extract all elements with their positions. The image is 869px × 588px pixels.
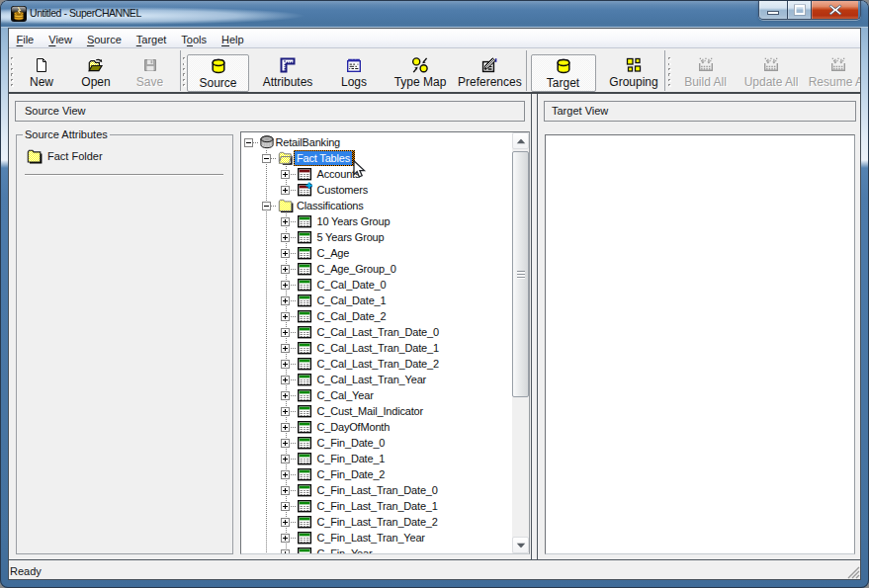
menu-file[interactable]: File [9,30,42,46]
tree-item-label[interactable]: C_Cal_Year [315,389,376,402]
tree-item-c-cust-mail-indicator[interactable]: C_Cust_Mail_Indicator [241,403,512,419]
expander-plus-icon[interactable] [281,249,290,258]
tree-item-c-fin-date-1[interactable]: C_Fin_Date_1 [241,451,512,466]
tree-item-label[interactable]: C_Fin_Last_Tran_Date_2 [315,516,440,529]
expander-plus-icon[interactable] [281,296,290,305]
expander-plus-icon[interactable] [281,344,290,353]
update-all-button[interactable]: Update All [739,54,803,92]
maximize-button[interactable] [788,1,812,19]
tree-item-label[interactable]: C_Cal_Date_2 [315,310,389,323]
expander-plus-icon[interactable] [281,534,290,543]
expander-plus-icon[interactable] [281,376,290,384]
tree-item-c-cal-date-0[interactable]: C_Cal_Date_0 [241,277,512,293]
expander-plus-icon[interactable] [281,470,290,479]
tree-item-label[interactable]: C_Fin_Year [315,547,375,553]
source-button[interactable]: Source [187,54,249,92]
tree-item-10-years-group[interactable]: 10 Years Group [241,213,512,229]
tree-item-c-fin-last-tran-date-1[interactable]: C_Fin_Last_Tran_Date_1 [241,498,512,514]
tree-item-label[interactable]: C_Fin_Date_2 [315,468,388,481]
tree-item-c-cal-year[interactable]: C_Cal_Year [241,387,512,403]
tree-item-c-cal-last-tran-date-2[interactable]: C_Cal_Last_Tran_Date_2 [241,356,512,372]
menu-target[interactable]: Target [129,30,174,46]
expander-plus-icon[interactable] [281,391,290,400]
grouping-button[interactable]: Grouping [602,54,665,92]
type-map-button[interactable]: Type Map [389,54,452,92]
tree-item-customers[interactable]: Customers [241,182,512,198]
tree-item-retailbanking[interactable]: RetailBanking [241,134,512,150]
tree-item-c-cal-last-tran-year[interactable]: C_Cal_Last_Tran_Year [241,372,512,387]
tree-item-label[interactable]: C_Cal_Last_Tran_Date_0 [315,326,441,339]
menu-tools[interactable]: Tools [174,30,215,46]
tree-item-c-fin-date-0[interactable]: C_Fin_Date_0 [241,435,512,451]
resize-grip[interactable] [847,566,860,579]
expander-plus-icon[interactable] [281,439,290,448]
expander-plus-icon[interactable] [281,455,290,463]
tree-item-label[interactable]: C_Cal_Last_Tran_Date_2 [315,358,441,371]
tree-item-label[interactable]: C_Fin_Last_Tran_Year [315,532,427,545]
toolbar-gripper[interactable] [183,57,186,90]
tree-item-label[interactable]: C_Age [315,247,352,260]
expander-plus-icon[interactable] [281,233,290,242]
tree-item-c-age[interactable]: C_Age [241,245,512,261]
expander-plus-icon[interactable] [281,328,290,337]
expander-plus-icon[interactable] [281,518,290,527]
tree-item-label[interactable]: C_Fin_Date_0 [315,437,388,450]
attributes-button[interactable]: Attributes [256,54,319,92]
tree-item-c-fin-date-2[interactable]: C_Fin_Date_2 [241,466,512,482]
build-all-button[interactable]: Build All [674,54,738,92]
scrollbar-down-button[interactable] [512,537,529,553]
tree-item-label[interactable]: C_Cal_Last_Tran_Date_1 [315,342,441,355]
tree-item-label[interactable]: C_Cust_Mail_Indicator [315,405,426,418]
tree-item-classifications[interactable]: Classifications [241,198,512,213]
tree-item-c-fin-last-tran-date-0[interactable]: C_Fin_Last_Tran_Date_0 [241,482,512,498]
expander-plus-icon[interactable] [281,217,290,226]
tree-item-label[interactable]: C_DayOfMonth [315,421,392,434]
title-bar[interactable]: Untitled - SuperCHANNEL [1,1,868,28]
tree-item-label[interactable]: 10 Years Group [315,215,392,228]
tree-item-label[interactable]: Customers [315,184,371,197]
scrollbar-thumb[interactable] [512,151,529,397]
tree-item-fact-tables[interactable]: Fact Tables [241,150,512,166]
resume-all-button[interactable]: Resume All [807,54,860,92]
expander-plus-icon[interactable] [281,502,290,511]
close-button[interactable] [812,1,858,19]
tree-item-label[interactable]: C_Fin_Last_Tran_Date_1 [315,500,440,513]
expander-plus-icon[interactable] [281,549,290,554]
tree-item-c-cal-date-2[interactable]: C_Cal_Date_2 [241,308,512,324]
tree-item-c-cal-last-tran-date-0[interactable]: C_Cal_Last_Tran_Date_0 [241,324,512,340]
toolbar-gripper[interactable] [668,57,671,90]
tree-item-label[interactable]: Classifications [295,200,366,212]
target-button[interactable]: Target [531,54,596,92]
tree-item-label[interactable]: C_Cal_Date_0 [315,279,389,292]
target-content-area[interactable] [545,134,855,554]
tree-item-accounts[interactable]: Accounts [241,166,512,182]
expander-minus-icon[interactable] [262,154,271,163]
tree-item-label[interactable]: C_Fin_Date_1 [315,453,388,465]
expander-plus-icon[interactable] [281,312,290,321]
tree-item-label[interactable]: C_Cal_Date_1 [315,294,389,307]
expander-plus-icon[interactable] [281,423,290,432]
expander-plus-icon[interactable] [281,486,290,495]
tree-item-label[interactable]: Fact Tables [295,151,352,165]
tree-item-c-cal-date-1[interactable]: C_Cal_Date_1 [241,293,512,308]
expander-plus-icon[interactable] [281,360,290,369]
scrollbar-up-button[interactable] [512,132,529,149]
tree-item-c-cal-last-tran-date-1[interactable]: C_Cal_Last_Tran_Date_1 [241,340,512,356]
tree-item-c-age-group-0[interactable]: C_Age_Group_0 [241,261,512,277]
expander-minus-icon[interactable] [262,202,271,210]
expander-minus-icon[interactable] [244,138,253,147]
tree-item-c-fin-year[interactable]: C_Fin_Year [241,546,512,553]
save-button[interactable]: Save [119,54,182,92]
expander-plus-icon[interactable] [281,265,290,274]
tree-item-5-years-group[interactable]: 5 Years Group [241,229,512,245]
logs-button[interactable]: Logs [322,54,386,92]
expander-plus-icon[interactable] [281,281,290,290]
tree-item-label[interactable]: C_Age_Group_0 [315,263,398,276]
tree-item-c-fin-last-tran-date-2[interactable]: C_Fin_Last_Tran_Date_2 [241,514,512,530]
tree-item-label[interactable]: RetailBanking [274,136,343,149]
expander-plus-icon[interactable] [281,407,290,416]
menu-source[interactable]: Source [79,30,129,46]
menu-help[interactable]: Help [215,30,252,46]
vertical-scrollbar[interactable] [512,132,529,553]
expander-plus-icon[interactable] [281,170,290,179]
